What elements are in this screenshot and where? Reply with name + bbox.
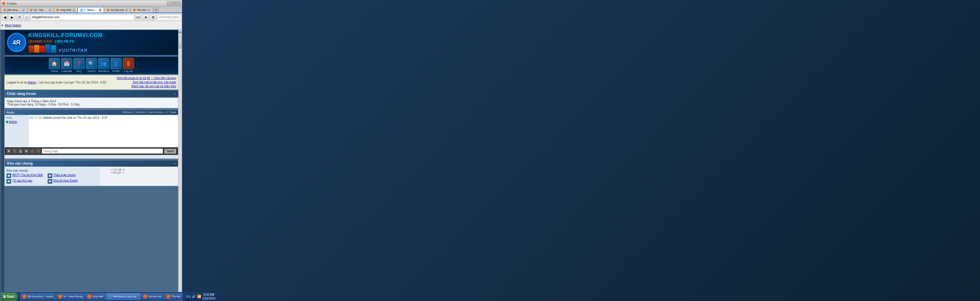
scrollbar-track[interactable]	[178, 34, 182, 297]
scroll-up-button[interactable]: ▲	[178, 30, 182, 34]
forum-link-3[interactable]: Thảo luận chung	[54, 174, 75, 177]
tab-4[interactable]: 🌐 ] - Welcome to your ad... ×	[78, 7, 104, 13]
taskbar-app-2[interactable]: S1 - Kieu Phong	[56, 293, 84, 300]
chat-user-admin: Admin	[6, 120, 27, 123]
user-online-dot	[6, 121, 8, 123]
maximize-button[interactable]: □	[172, 2, 176, 6]
forum-link-4[interactable]: Khu tổ chức Event	[54, 179, 78, 182]
nav-search[interactable]: 🔍 Search	[86, 58, 97, 73]
chat-admin-link[interactable]: Admin	[9, 120, 17, 123]
tab-bar: 🦊 [38 chua doc] - vuutrit... × 🦊 S1 - Ki…	[0, 7, 182, 13]
forum-icon-4: 💬	[48, 179, 52, 184]
site-title-area: KINGSKILL.FORUMVI.COM QUANG CAO LIEN HE …	[29, 32, 176, 53]
nav-members[interactable]: 👥 Members	[98, 58, 109, 73]
tab-4-close[interactable]: ×	[99, 8, 102, 12]
taskbar-app-1[interactable]: [38 chua doc] - vuutrit...	[20, 293, 56, 300]
chat-resize-handle[interactable]: ⋮	[5, 155, 178, 158]
chat-thuat-link[interactable]: Thuật	[169, 111, 176, 114]
chat-text-input[interactable]	[42, 148, 163, 154]
taskbar-app-6[interactable]: The Moi	[164, 293, 183, 300]
tab-5[interactable]: 🦊 Gui bai moi ×	[104, 7, 130, 13]
tab-6-close[interactable]: ×	[147, 8, 151, 12]
chuc-nang-collapse[interactable]: −	[174, 92, 176, 96]
network-icon[interactable]: 📶	[197, 295, 201, 298]
start-button[interactable]: ⊞ Start	[1, 293, 18, 300]
vertical-scrollbar[interactable]: ▲ ▼	[178, 30, 182, 301]
forum-link-2[interactable]: Tổ cầu thủ yếu	[12, 179, 32, 182]
tab-1-close[interactable]: ×	[22, 8, 25, 12]
scrollbar-thumb[interactable]	[178, 37, 181, 48]
chat-input-bar: B I U S A ··· Send	[5, 147, 178, 155]
tab-2-close[interactable]: ×	[48, 8, 52, 12]
tab-1[interactable]: 🦊 [38 chua doc] - vuutrit... ×	[1, 7, 27, 13]
forum-link-1[interactable]: [BOT] Tòa án King Skill	[12, 174, 43, 177]
khu-vuc-header: Khu vực chung −	[5, 160, 178, 167]
nav-faq[interactable]: ❓ FAQ	[73, 58, 84, 73]
tab-3[interactable]: 🦊 King Skill ×	[54, 7, 78, 13]
format-underline-button[interactable]: U	[18, 149, 23, 153]
ngay-thanh-lap: Ngày thành lập: 6 Tháng 1 Năm 2014	[7, 100, 176, 103]
bookmark-button[interactable]: ★	[143, 14, 149, 21]
app-5-icon	[143, 295, 147, 299]
table-row: Khu vực chung 💬 [BOT] Tòa án King Skill	[5, 167, 178, 186]
site-logo: 4R	[7, 33, 26, 52]
site-author: VUUTRITAN	[59, 48, 88, 53]
link-danh-dau[interactable]: Đánh dấu đã xem tất cả Diễn Đàn	[132, 84, 176, 88]
tab-6[interactable]: 🦊 The Moi ×	[130, 7, 153, 13]
format-bold-button[interactable]: B	[6, 149, 11, 153]
link-lan-truoc[interactable]: Xem bài mới từ lần truy cập trước	[132, 81, 176, 84]
window-controls: _ □ ×	[167, 2, 181, 6]
nav-logout[interactable]: 🚪 Log out	[123, 58, 134, 73]
tab-2[interactable]: 🦊 S1 - Kieu Phong ×	[27, 7, 54, 13]
nav-home[interactable]: 🏠 Home	[49, 58, 60, 73]
format-color-button[interactable]: A	[30, 149, 35, 153]
bai-gui-label: » Bài gửi: 0	[102, 171, 133, 174]
tab-6-label: The Moi	[137, 8, 146, 11]
bookmark-1[interactable]: Most Visited	[5, 24, 21, 27]
minimize-button[interactable]: _	[167, 2, 171, 6]
windows-logo-icon: ⊞	[3, 295, 6, 299]
nav-profile[interactable]: 👤 Profile	[110, 58, 122, 73]
bookmarks-bar: ♥ Most Visited	[0, 21, 182, 30]
format-italic-button[interactable]: I	[12, 149, 17, 153]
chat-archives-link[interactable]: Archives	[135, 111, 145, 114]
tab-5-close[interactable]: ×	[125, 8, 128, 12]
volume-icon[interactable]: 🔊	[192, 295, 196, 298]
taskbar-app-3[interactable]: King Skill	[85, 293, 105, 300]
forward-button[interactable]: ▶	[9, 14, 15, 21]
app-6-icon	[166, 295, 170, 299]
chat-refresh-link[interactable]: Refresh	[123, 111, 132, 114]
format-extra-button[interactable]: ···	[36, 149, 41, 153]
forum-stats-cell: » Chủ đề: 0 » Bài gửi: 0	[100, 167, 135, 186]
taskbar-app-5[interactable]: Gui bai moi	[141, 293, 164, 300]
link-bai-ban[interactable]: Xem bài của bạn	[154, 76, 176, 80]
nav-calendar[interactable]: 📅 Calendar	[61, 58, 72, 73]
admin-username-link[interactable]: Admin	[28, 81, 36, 84]
tab-3-close[interactable]: ×	[72, 8, 75, 12]
close-button[interactable]: ×	[177, 2, 181, 6]
home-icon-label: Home	[51, 70, 58, 73]
site-header: 4R KINGSKILL.FORUMVI.COM QUANG CAO LIEN …	[5, 30, 178, 55]
right-panel-background	[182, 0, 980, 301]
search-bar[interactable]	[157, 14, 181, 20]
forum-item-2: 💬 Tổ cầu thủ yếu	[6, 179, 43, 184]
khu-vuc-chung-label: Khu vực chung	[6, 169, 99, 172]
home-button[interactable]: ⌂	[24, 14, 30, 21]
new-tab-button[interactable]: +	[153, 7, 159, 13]
search-icon-label: Search	[87, 70, 96, 73]
app-2-icon	[58, 295, 62, 299]
address-bar[interactable]	[31, 14, 134, 20]
chat-send-button[interactable]: Send	[164, 149, 176, 154]
forum-left-col: 💬 [BOT] Tòa án King Skill 💬 Tổ cầu thủ y…	[6, 174, 43, 184]
chat-auto-refresh-link[interactable]: Auto refresh	[148, 111, 163, 114]
faq-icon-label: FAQ	[76, 70, 82, 73]
link-ai-tra-loi[interactable]: Xem bài chưa có ai trả lời	[117, 76, 150, 80]
khu-vuc-collapse[interactable]: −	[174, 162, 176, 165]
back-button[interactable]: ◀	[2, 14, 8, 21]
format-strike-button[interactable]: S	[24, 149, 29, 153]
reload-button[interactable]: ↺	[16, 14, 22, 21]
taskbar-app-4[interactable]: Welcome to your ad...	[106, 293, 140, 300]
go-button[interactable]: GO	[135, 14, 142, 21]
settings-button[interactable]: ⚙	[150, 14, 156, 21]
tab-4-label: ] - Welcome to your ad...	[84, 8, 97, 11]
